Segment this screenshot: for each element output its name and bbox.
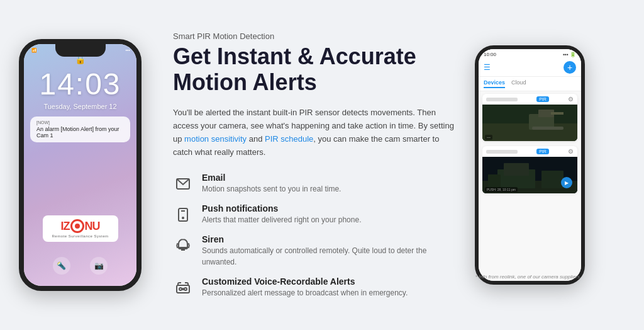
camera-badge-2: PIR [536, 149, 549, 154]
footnote: * Info from reolink, one of our camera s… [475, 274, 580, 280]
main-heading: Get Instant & Accurate Motion Alerts [173, 43, 456, 96]
svg-rect-18 [504, 163, 529, 176]
email-icon [173, 174, 193, 194]
phone-notification: [NOW] An alarm [Motion Alert] from your … [30, 117, 130, 142]
phone-logo-area: IZ NU Remote Surveillance System [43, 215, 118, 242]
feature-voice: Customized Voice-Recordable Alerts Perso… [173, 276, 456, 299]
siren-icon [173, 236, 193, 256]
svg-rect-14 [532, 127, 564, 130]
logo-text-left: IZ [61, 220, 70, 233]
camera-thumb-2: ▶ PUSH: 28, 10:11 pm [482, 157, 577, 193]
add-device-button[interactable]: + [564, 61, 576, 74]
phone-time: 14:03 [24, 67, 136, 101]
camera-badge-1: PIR [536, 96, 549, 102]
svg-rect-19 [488, 174, 501, 188]
phone-mockup: 📶 ▪▪▪ 🔒 14:03 Tuesday, September 12 [NOW… [19, 39, 142, 291]
feature-email-title: Email [202, 173, 341, 183]
tab-cloud[interactable]: Cloud [511, 78, 526, 88]
svg-rect-20 [541, 171, 564, 188]
notif-tag: [NOW] [36, 120, 50, 125]
page-wrapper: 📶 ▪▪▪ 🔒 14:03 Tuesday, September 12 [NOW… [0, 0, 644, 330]
logo-text-right: NU [85, 220, 100, 233]
camera-name-1 [486, 98, 518, 101]
right-section: 10:00 ▪▪▪ 🔋 ☰ + Devices Cloud PIR ⚙ [469, 45, 585, 285]
phone-screen: 📶 ▪▪▪ 🔒 14:03 Tuesday, September 12 [NOW… [24, 44, 136, 286]
settings-icon-2[interactable]: ⚙ [568, 148, 574, 155]
phone-notch [55, 44, 106, 57]
pir-schedule-link[interactable]: PIR schedule [265, 134, 313, 144]
feature-siren-content: Siren Sounds automatically or controlled… [202, 234, 456, 268]
feature-push-desc: Alerts that matter delivered right on yo… [202, 214, 361, 225]
app-top-bar: ☰ + [479, 59, 581, 77]
feature-voice-content: Customized Voice-Recordable Alerts Perso… [202, 276, 408, 299]
play-button-2[interactable]: ▶ [561, 177, 572, 188]
feature-voice-title: Customized Voice-Recordable Alerts [202, 276, 408, 287]
logo-circle [70, 219, 84, 233]
camera-card-1: PIR ⚙ — [482, 94, 577, 141]
description-text: You'll be alerted the instant built-in P… [173, 106, 456, 159]
app-screenshot: 10:00 ▪▪▪ 🔋 ☰ + Devices Cloud PIR ⚙ [475, 45, 585, 285]
camera-card-2: PIR ⚙ ▶ PUSH: 28, 10:11 pm [482, 146, 577, 193]
camera-thumb-1: — [482, 105, 577, 141]
feature-push-title: Push notifications [202, 203, 361, 213]
phone-date: Tuesday, September 12 [24, 103, 136, 110]
svg-point-8 [182, 288, 184, 290]
features-list: Email Motion snapshots sent to you in re… [173, 173, 456, 299]
feature-email: Email Motion snapshots sent to you in re… [173, 173, 456, 195]
app-tabs: Devices Cloud [479, 77, 581, 91]
feature-voice-desc: Personalized alert message to broadcast … [202, 287, 408, 299]
camera-header-1: PIR ⚙ [482, 94, 577, 105]
logo-subtitle: Remote Surveillance System [49, 234, 112, 238]
voice-recorder-icon [173, 278, 193, 298]
feature-email-content: Email Motion snapshots sent to you in re… [202, 173, 341, 195]
feature-email-desc: Motion snapshots sent to you in real tim… [202, 183, 341, 195]
desc-part2: and [247, 134, 265, 144]
app-time: 10:00 [484, 52, 496, 57]
feature-siren: Siren Sounds automatically or controlled… [173, 234, 456, 268]
camera-timestamp-1: — [485, 135, 492, 140]
camera-name-2 [486, 150, 518, 154]
logo-main: IZ NU [49, 219, 112, 233]
app-signal: ▪▪▪ 🔋 [563, 52, 576, 57]
feature-siren-desc: Sounds automatically or controlled remot… [202, 245, 456, 268]
camera-timestamp-2: PUSH: 28, 10:11 pm [485, 187, 518, 192]
tab-devices[interactable]: Devices [484, 78, 505, 88]
feature-push-content: Push notifications Alerts that matter de… [202, 203, 361, 225]
logo-circle-inner [75, 224, 80, 229]
app-status-bar: 10:00 ▪▪▪ 🔋 [479, 49, 581, 59]
motion-sensitivity-link[interactable]: motion sensitivity [184, 134, 247, 144]
svg-point-7 [184, 288, 187, 290]
feature-push: Push notifications Alerts that matter de… [173, 203, 456, 225]
content-area: Smart PIR Motion Detection Get Instant &… [160, 31, 469, 299]
phone-alert-icon [173, 205, 193, 225]
hamburger-icon[interactable]: ☰ [484, 63, 491, 72]
settings-icon-1[interactable]: ⚙ [568, 96, 574, 103]
feature-siren-title: Siren [202, 234, 456, 244]
notif-text: An alarm [Motion Alert] from your Cam 1 [36, 126, 124, 139]
notif-header: [NOW] [36, 120, 124, 125]
svg-point-3 [182, 217, 184, 219]
camera-header-2: PIR ⚙ [482, 146, 577, 157]
heading-line2: Motion Alerts [173, 69, 317, 95]
app-screen: 10:00 ▪▪▪ 🔋 ☰ + Devices Cloud PIR ⚙ [479, 49, 581, 281]
phone-bottom-icons: 🔦 📷 [24, 257, 136, 275]
camera-icon: 📷 [90, 257, 108, 275]
heading-line1: Get Instant & Accurate [173, 43, 416, 69]
svg-point-6 [179, 288, 182, 290]
svg-rect-13 [551, 112, 564, 115]
izonu-logo: IZ NU Remote Surveillance System [43, 215, 118, 242]
subtitle-label: Smart PIR Motion Detection [173, 31, 456, 41]
flashlight-icon: 🔦 [53, 257, 70, 275]
